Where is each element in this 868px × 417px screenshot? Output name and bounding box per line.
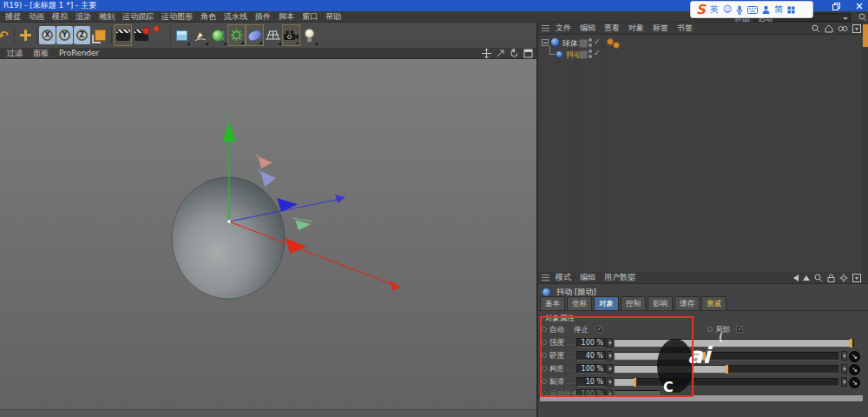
slider-handle[interactable] [726, 365, 728, 374]
viewport-menu-item[interactable]: ProRender [59, 49, 99, 57]
enabled-check-icon[interactable] [594, 37, 601, 46]
om-menu-item[interactable]: 文件 [556, 23, 571, 34]
tab-falloff[interactable]: 衰减 [701, 296, 727, 310]
zoom-icon[interactable] [496, 49, 505, 58]
vertical-scrollbar[interactable] [863, 49, 868, 272]
am-menu-item[interactable]: 编辑 [580, 272, 595, 283]
keyboard-icon[interactable] [747, 6, 758, 14]
add-deformer-button[interactable] [246, 24, 264, 46]
menu-item[interactable]: 插件 [255, 11, 271, 23]
lock-x-axis-button[interactable]: X [39, 26, 56, 44]
jiggle-object-icon[interactable] [556, 50, 563, 58]
sogou-logo[interactable]: S [696, 3, 706, 16]
menu-item[interactable]: 流水线 [224, 11, 247, 23]
rotate-icon[interactable] [510, 49, 519, 58]
viewport[interactable] [0, 59, 538, 409]
render-queue-button[interactable] [150, 24, 168, 46]
lock-z-axis-button[interactable]: Z [74, 26, 90, 44]
om-menu-item[interactable]: 标签 [653, 23, 668, 34]
search-icon[interactable] [814, 274, 823, 282]
om-menu-item[interactable]: 书签 [677, 23, 693, 34]
menu-item[interactable]: 角色 [201, 11, 216, 23]
object-tree[interactable]: 球体 抖动 [538, 35, 863, 272]
home-icon[interactable] [825, 24, 833, 33]
maximize-view-icon[interactable] [523, 49, 533, 58]
coordinate-system-button[interactable] [91, 24, 109, 46]
local-checkbox[interactable] [736, 326, 743, 333]
visibility-dots[interactable] [589, 50, 592, 58]
menu-item[interactable]: 运动图形 [161, 11, 193, 23]
move-tool-button[interactable] [16, 24, 35, 46]
render-view-button[interactable] [114, 24, 132, 46]
viewport-menu-item[interactable]: 过滤 [7, 48, 23, 59]
map-button[interactable] [849, 377, 860, 388]
value-spinner[interactable] [841, 377, 847, 387]
value-spinner[interactable] [841, 351, 847, 361]
menu-item[interactable]: 动画 [29, 11, 44, 23]
om-menu-item[interactable]: 编辑 [580, 23, 595, 34]
lock-y-axis-button[interactable]: Y [56, 26, 73, 44]
emoji-icon[interactable]: ☺ [723, 5, 732, 14]
menu-item[interactable]: 雕刻 [99, 11, 115, 23]
add-spline-button[interactable] [191, 24, 209, 46]
menu-item[interactable]: 捕捉 [5, 11, 21, 23]
ime-mode-toggle[interactable]: 英 [710, 5, 719, 14]
om-menu-item[interactable]: 对象 [628, 23, 644, 34]
map-button[interactable] [849, 351, 860, 362]
go-up-icon[interactable] [803, 275, 810, 281]
add-primitive-button[interactable] [173, 24, 191, 46]
expand-toggle-icon[interactable] [542, 39, 549, 46]
window-restore-button[interactable] [829, 2, 843, 10]
menu-item[interactable]: 模拟 [52, 11, 68, 23]
window-close-button[interactable] [852, 2, 866, 10]
tab-basic[interactable]: 基本 [540, 296, 565, 310]
render-settings-button[interactable] [132, 24, 150, 46]
object-row[interactable]: 球体 [538, 36, 863, 48]
add-light-button[interactable] [300, 24, 319, 46]
menu-item[interactable]: 渲染 [76, 11, 91, 23]
enabled-check-icon[interactable] [594, 49, 601, 57]
link-icon[interactable] [838, 25, 848, 32]
object-row[interactable]: 抖动 [538, 48, 863, 59]
keyframe-dot[interactable] [707, 327, 713, 332]
panel-options-icon[interactable] [852, 24, 861, 33]
menu-item[interactable]: 运动跟踪 [122, 11, 154, 23]
panel-menu-icon[interactable] [542, 275, 549, 281]
tab-object[interactable]: 对象 [594, 296, 619, 310]
layer-swatch[interactable] [579, 50, 588, 59]
search-icon[interactable] [812, 24, 820, 33]
search-icon[interactable] [858, 13, 867, 22]
tab-influence[interactable]: 影响 [648, 296, 673, 310]
am-menu-item[interactable]: 用户数据 [604, 272, 635, 283]
add-camera-button[interactable] [282, 24, 300, 46]
menu-item[interactable]: 脚本 [279, 11, 294, 23]
om-menu-item[interactable]: 查看 [604, 23, 620, 34]
docked-tab[interactable] [863, 24, 868, 47]
add-generator-button[interactable] [227, 24, 246, 46]
undo-button[interactable]: ↶ [0, 24, 12, 46]
panel-menu-icon[interactable] [542, 25, 549, 32]
add-environment-button[interactable] [264, 24, 282, 46]
tab-cache[interactable]: 缓存 [674, 296, 700, 310]
value-spinner[interactable] [841, 364, 847, 374]
panel-options-icon[interactable] [852, 274, 861, 282]
ime-lang-toggle[interactable]: 简 [774, 5, 783, 14]
map-button[interactable] [849, 364, 860, 375]
ime-toolbar[interactable]: S 英 ☺ 简 [690, 1, 813, 18]
microphone-icon[interactable] [736, 5, 743, 15]
visibility-dots[interactable] [589, 38, 592, 47]
pan-icon[interactable] [482, 49, 491, 58]
gear-icon[interactable] [839, 274, 848, 282]
layer-swatch[interactable] [579, 39, 588, 48]
user-icon[interactable] [762, 5, 770, 14]
add-subdivision-surface-button[interactable] [209, 24, 227, 46]
am-menu-item[interactable]: 模式 [556, 272, 571, 283]
ime-grid-icon[interactable] [787, 6, 795, 14]
lock-icon[interactable] [827, 274, 835, 282]
menu-item[interactable]: 帮助 [326, 11, 341, 23]
menu-item[interactable]: 窗口 [302, 11, 318, 23]
tab-control[interactable]: 控制 [621, 296, 646, 310]
tab-coordinates[interactable]: 坐标 [567, 296, 592, 310]
slider-handle[interactable] [850, 339, 852, 348]
history-back-icon[interactable] [793, 275, 799, 281]
